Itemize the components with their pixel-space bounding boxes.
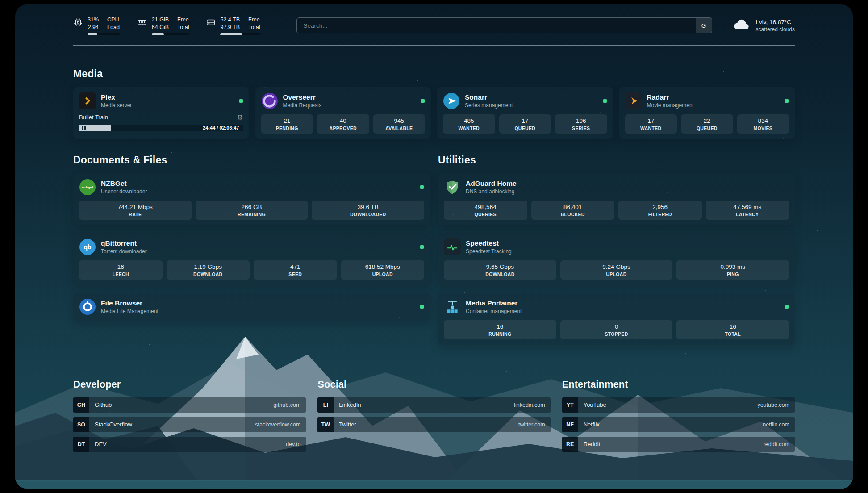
cpu-widget: 31% 2.94 CPU Load	[73, 16, 120, 35]
app-subtitle: Series management	[465, 102, 513, 109]
overseerr-card[interactable]: Overseerr Media Requests 21PENDING 40APP…	[255, 87, 431, 139]
stat-tile: 47.569 msLATENCY	[706, 201, 789, 220]
app-name: qBittorrent	[101, 239, 147, 247]
app-subtitle: DNS and adblocking	[466, 188, 517, 195]
stat-tile: 618.52 MbpsUPLOAD	[341, 260, 425, 280]
linkedin-icon: LI	[317, 397, 334, 413]
app-name: Speedtest	[466, 239, 512, 247]
stat-tile: 16TOTAL	[676, 320, 789, 339]
section-title-media: Media	[73, 68, 795, 80]
nzbget-card[interactable]: nzbget NZBGet Usenet downloader 744.21 M…	[73, 173, 430, 225]
app-name: NZBGet	[101, 180, 147, 188]
utilities-column: Utilities AdGuard Home	[438, 154, 795, 353]
filebrowser-card[interactable]: File Browser Media File Management	[73, 293, 430, 321]
speedtest-card[interactable]: Speedtest Speedtest Tracking 9.65 GbpsDO…	[438, 233, 795, 285]
topbar-divider	[73, 45, 795, 46]
qbittorrent-card[interactable]: qb qBittorrent Torrent downloader 16LEEC…	[73, 233, 430, 285]
memory-widget: 21 GiB 64 GiB Free Total	[137, 16, 189, 35]
memory-total-value: 64 GiB	[152, 24, 169, 31]
plex-progress-bar[interactable]: 24:44 / 02:06:47	[79, 125, 243, 131]
sonarr-card[interactable]: Sonarr Series management 485WANTED 17QUE…	[437, 87, 613, 139]
stat-tile: 16LEECH	[79, 260, 163, 280]
weather-location-temp: Lviv, 16.87°C	[756, 19, 795, 25]
search-input[interactable]	[297, 18, 695, 33]
cpu-load-label: Load	[107, 24, 120, 31]
app-subtitle: Media Requests	[283, 102, 322, 109]
stat-tile: 471SEED	[254, 260, 337, 280]
bookmark-linkedin[interactable]: LI LinkedIn linkedin.com	[317, 397, 550, 413]
bookmark-dev[interactable]: DT DEV dev.to	[73, 437, 306, 452]
reddit-icon: RE	[562, 437, 578, 452]
app-name: Sonarr	[465, 93, 513, 101]
netflix-icon: NF	[562, 417, 578, 432]
stat-tile: 834MOVIES	[737, 114, 789, 134]
stat-tile: 9.65 GbpsDOWNLOAD	[444, 260, 556, 280]
stat-tile: 2,956FILTERED	[618, 201, 702, 220]
stat-tile: 266 GBREMAINING	[196, 201, 308, 220]
dashboard-page: 31% 2.94 CPU Load	[15, 4, 853, 489]
svg-text:nzbget: nzbget	[82, 185, 93, 189]
youtube-icon: YT	[562, 397, 578, 413]
stat-tile: 22QUEUED	[681, 114, 733, 134]
storage-free-value: 52.4 TB	[220, 16, 240, 24]
stat-tile: 21PENDING	[261, 114, 313, 134]
top-bar: 31% 2.94 CPU Load	[73, 4, 795, 35]
adguard-card[interactable]: AdGuard Home DNS and adblocking 498,564Q…	[438, 173, 795, 225]
app-subtitle: Media File Management	[101, 308, 159, 314]
stat-tile: 485WANTED	[443, 114, 495, 134]
bookmark-youtube[interactable]: YT YouTube youtube.com	[562, 397, 795, 413]
plex-icon	[79, 92, 96, 109]
search-bar: G	[296, 17, 712, 33]
stat-tile: 945AVAILABLE	[373, 114, 426, 134]
filebrowser-icon	[79, 298, 96, 315]
plex-now-playing: Bullet Train	[79, 114, 108, 121]
app-subtitle: Container management	[466, 308, 522, 314]
bookmark-reddit[interactable]: RE Reddit reddit.com	[562, 437, 795, 452]
svg-text:qb: qb	[83, 243, 91, 251]
overseerr-icon	[261, 92, 278, 109]
app-name: Overseerr	[283, 93, 322, 101]
twitter-icon: TW	[317, 417, 334, 432]
search-engine-button[interactable]: G	[696, 18, 712, 33]
stat-tile: 744.21 MbpsRATE	[79, 201, 192, 220]
app-name: Radarr	[647, 93, 694, 101]
plex-elapsed-time: 24:44 / 02:06:47	[203, 125, 239, 130]
status-dot	[420, 305, 424, 309]
memory-progress-bar	[152, 33, 189, 35]
section-title-documents: Documents & Files	[73, 154, 430, 166]
stat-tile: 16RUNNING	[444, 320, 556, 339]
memory-free-value: 21 GiB	[152, 16, 169, 24]
bookmark-netflix[interactable]: NF Netflix netflix.com	[562, 417, 795, 432]
radarr-card[interactable]: Radarr Movie management 17WANTED 22QUEUE…	[619, 87, 795, 139]
ram-icon	[137, 17, 147, 35]
status-dot	[603, 99, 607, 103]
status-dot	[785, 99, 789, 103]
app-name: AdGuard Home	[466, 180, 517, 188]
bookmark-stackoverflow[interactable]: SO StackOverflow stackoverflow.com	[73, 417, 306, 432]
section-title-developer: Developer	[73, 379, 306, 390]
github-icon: GH	[73, 397, 89, 413]
cpu-load-value: 2.94	[88, 24, 99, 31]
documents-column: Documents & Files nzbget NZBGet Usenet d	[73, 154, 430, 353]
section-title-social: Social	[317, 379, 550, 390]
radarr-icon	[625, 92, 642, 109]
stat-tile: 17QUEUED	[499, 114, 551, 134]
stat-tile: 0.993 msPING	[676, 260, 789, 280]
bookmark-github[interactable]: GH Github github.com	[73, 397, 306, 413]
storage-progress-bar	[220, 33, 260, 35]
pause-icon[interactable]	[82, 126, 86, 130]
media-grid: Plex Media server Bullet Train ⚙ 24:44 /…	[73, 87, 795, 139]
app-name: File Browser	[101, 299, 159, 307]
bookmarks-developer: Developer GH Github github.com SO StackO…	[73, 379, 306, 456]
bookmark-twitter[interactable]: TW Twitter twitter.com	[317, 417, 550, 432]
memory-free-label: Free	[177, 16, 189, 24]
section-title-entertainment: Entertainment	[562, 379, 795, 390]
stat-tile: 40APPROVED	[317, 114, 369, 134]
app-name: Plex	[101, 93, 132, 101]
memory-total-label: Total	[177, 24, 189, 31]
portainer-card[interactable]: Media Portainer Container management 16R…	[438, 293, 795, 345]
plex-card[interactable]: Plex Media server Bullet Train ⚙ 24:44 /…	[73, 87, 249, 139]
stat-tile: 17WANTED	[625, 114, 677, 134]
gear-icon[interactable]: ⚙	[237, 113, 243, 121]
stat-tile: 1.19 GbpsDOWNLOAD	[167, 260, 250, 280]
